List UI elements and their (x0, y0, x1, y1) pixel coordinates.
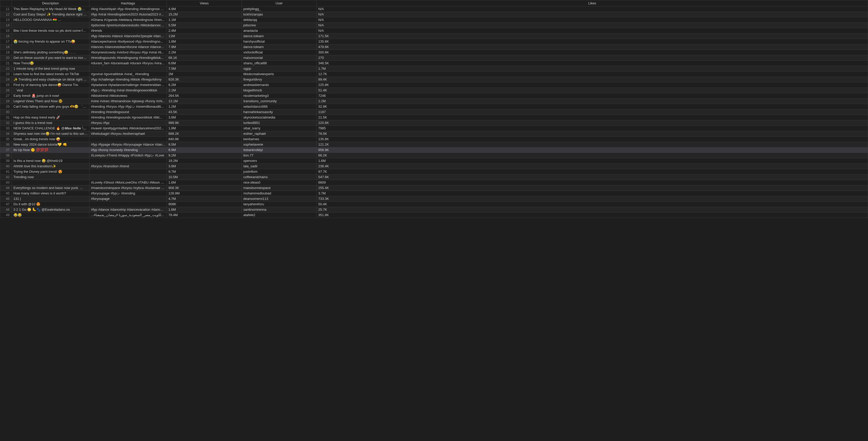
cell-hashtags[interactable] (89, 158, 167, 164)
cell-views[interactable]: 1.8M (167, 39, 242, 44)
cell-description[interactable]: NEW DANCE CHALLENGE 🔥 @𝙈𝙞𝙨𝙨 𝙉𝙚𝙡𝙡𝙞𝙚 📞. (12, 126, 89, 131)
table-row[interactable]: 37Its Up Now 🤫 💯💯💯#fyp #funny #comedy #t… (0, 148, 868, 153)
row-number[interactable]: 32 (0, 120, 12, 126)
table-row[interactable]: 12Cool and Easy Steps! ✨ Trending dance … (0, 12, 868, 17)
cell-likes[interactable]: 7246 (317, 93, 868, 99)
cell-hashtags[interactable]: #fyp #viral #trendingdance2023 #tutorial… (89, 12, 167, 17)
table-row[interactable]: 31Hop on this easy trend early 🚀#trendin… (0, 115, 868, 120)
cell-user[interactable]: shanu_offical88 (242, 61, 317, 66)
table-row[interactable]: 41Trying the Disney paint trend! 😍9.7Mju… (0, 169, 868, 175)
cell-likes[interactable]: 97.7K (317, 169, 868, 175)
row-number[interactable]: 19 (0, 50, 12, 55)
cell-user[interactable]: dance.tolearn (242, 44, 317, 50)
row-number[interactable]: 16 (0, 34, 12, 39)
cell-views[interactable]: 2M (167, 71, 242, 77)
cell-likes[interactable]: 300.6K (317, 50, 868, 55)
cell-likes[interactable]: 25.7K (317, 207, 868, 213)
cell-views[interactable]: 68.1K (167, 55, 242, 61)
cell-user[interactable]: kckhrizarojas (242, 12, 317, 17)
cell-hashtags[interactable]: #goviral #goviraltiktok #viral_ #trendin… (89, 71, 167, 77)
table-row[interactable]: 32I guess this is a trend now#foryou #fy… (0, 120, 868, 126)
cell-user[interactable]: pdscrew (242, 23, 317, 28)
cell-user[interactable]: itsbankrolldyl (242, 148, 317, 153)
cell-likes[interactable]: 6809 (317, 180, 868, 185)
data-grid[interactable]: Description Hashtags Views User Likes 11… (0, 0, 868, 218)
cell-hashtags[interactable]: #fyp #dance #dancetrip #dancevacation #d… (89, 207, 167, 213)
cell-hashtags[interactable]: #trending #foryou #fyp #fypシ #onemillion… (89, 104, 167, 109)
row-number[interactable]: 17 (0, 39, 12, 44)
table-row[interactable]: 35Great…im doing trends now 🤪840.9Kbenba… (0, 136, 868, 142)
cell-views[interactable]: 3.6M (167, 164, 242, 169)
cell-description[interactable]: Early trend! 🚨 jump on it now! (12, 93, 89, 99)
cell-user[interactable]: skyrocketsocialmedia (242, 115, 317, 120)
cell-hashtags[interactable] (89, 136, 167, 142)
row-number[interactable]: 22 (0, 66, 12, 71)
table-row[interactable]: 25First try of dancing tyla dance🤪 Dance… (0, 82, 868, 88)
cell-views[interactable]: 4.7M (167, 196, 242, 202)
cell-description[interactable]: Cool and Easy Steps! ✨ Trending dance ri… (12, 12, 89, 17)
col-header-user[interactable]: User (242, 0, 317, 6)
cell-hashtags[interactable]: #tiktoktrend #tiktokviews (89, 93, 167, 99)
cell-description[interactable]: Legend Vines Them and Now 🤓 (12, 99, 89, 104)
row-number[interactable]: 28 (0, 99, 12, 104)
cell-views[interactable]: 264.5K (167, 93, 242, 99)
cell-hashtags[interactable]: #fypシ #trending #viral #trendingnowontik… (89, 88, 167, 93)
cell-likes[interactable]: N/A (317, 12, 868, 17)
cell-views[interactable]: 6.9M (167, 148, 242, 153)
row-number[interactable]: 12 (0, 12, 12, 17)
cell-hashtags[interactable]: #ivawiii #prettygymladies #tiktokdancetr… (89, 126, 167, 131)
cell-views[interactable]: 5.5M (167, 23, 242, 28)
cell-views[interactable]: 840.9K (167, 136, 242, 142)
table-row[interactable]: 14#pdscrew #premiumdancestudio #tiktokda… (0, 23, 868, 28)
cell-description[interactable]: How many million views is it worth? (12, 191, 89, 196)
row-number[interactable]: 49 (0, 213, 12, 218)
cell-user[interactable]: lala_sadii (242, 164, 317, 169)
cell-views[interactable]: 19.2M (167, 158, 242, 164)
cell-likes[interactable]: 121.2K (317, 142, 868, 148)
table-row[interactable]: 21Now Trend😂#durani_fam #duranisaab #dur… (0, 61, 868, 66)
cell-likes[interactable]: N/A (317, 23, 868, 28)
col-header-description[interactable]: Description (12, 0, 89, 6)
cell-hashtags[interactable]: #Ghana #Uganda #deblacq #trendingnow #tr… (89, 17, 167, 23)
cell-user[interactable]: benbarnes (242, 136, 317, 142)
cell-views[interactable]: 10.5M (167, 175, 242, 180)
table-row[interactable]: 33NEW DANCE CHALLENGE 🔥 @𝙈𝙞𝙨𝙨 𝙉𝙚𝙡𝙡𝙞𝙚 📞.#… (0, 126, 868, 131)
cell-hashtags[interactable]: #Loveyou #Trend #Happy #Fürdich #fypシ #L… (89, 153, 167, 158)
row-number[interactable]: 31 (0, 115, 12, 120)
cell-views[interactable]: 1.6M (167, 207, 242, 213)
cell-description[interactable] (12, 153, 89, 158)
cell-hashtags[interactable]: #trendingsounds #trendingsong #trendingt… (89, 55, 167, 61)
cell-user[interactable]: nicolemarketing3 (242, 93, 317, 99)
row-number[interactable]: 25 (0, 82, 12, 88)
cell-user[interactable]: deansomervi113 (242, 196, 317, 202)
cell-description[interactable]: ✨ Trending and easy challenge on tiktok … (12, 77, 89, 82)
table-row[interactable]: 28Legend Vines Them and Now 🤓#vine #vine… (0, 99, 868, 104)
cell-hashtags[interactable]: #fyp #dances #dance #dancesfor2people #d… (89, 34, 167, 39)
cell-hashtags[interactable]: #maesbunniespace #foryou #xybca #loulama… (89, 185, 167, 191)
cell-likes[interactable]: 89.4K (317, 77, 868, 82)
cell-hashtags[interactable]: #fyp #fypage #foryou #foryoupage #dance … (89, 142, 167, 148)
cell-user[interactable]: maisonsocial (242, 55, 317, 61)
cell-user[interactable]: sophielaverie (242, 142, 317, 148)
cell-likes[interactable]: 135.6K (317, 39, 868, 44)
row-number[interactable]: 20 (0, 55, 12, 61)
cell-description[interactable]: This Been Replaying In My Head All Week … (12, 6, 89, 12)
table-row[interactable]: 24✨ Trending and easy challenge on tikto… (0, 77, 868, 82)
cell-hashtags[interactable]: #ling #lavishliyah #fyp #trending #trend… (89, 6, 167, 12)
table-row[interactable]: 42Trending now10.5Mcoffeeandchains547.6K (0, 175, 868, 180)
cell-hashtags[interactable]: #foryoupage (89, 196, 167, 202)
cell-likes[interactable]: 1187 (317, 109, 868, 115)
cell-hashtags[interactable] (89, 66, 167, 71)
row-number[interactable]: 24 (0, 77, 12, 82)
cell-views[interactable]: 908.3K (167, 185, 242, 191)
cell-description[interactable]: She's definitely plotting something😅 . .… (12, 50, 89, 55)
cell-user[interactable]: deblacqq (242, 17, 317, 23)
row-number[interactable]: 41 (0, 169, 12, 175)
cell-description[interactable]: 131 | (12, 196, 89, 202)
cell-likes[interactable]: N/A (317, 17, 868, 23)
cell-views[interactable]: 6.2M (167, 82, 242, 88)
cell-user[interactable]: selashdanzz666 (242, 104, 317, 109)
cell-description[interactable]: Learn how to find the latest trends on T… (12, 71, 89, 77)
table-row[interactable]: 11This Been Replaying In My Head All Wee… (0, 6, 868, 12)
table-row[interactable]: 38#Loveyou #Trend #Happy #Fürdich #fypシ … (0, 153, 868, 158)
